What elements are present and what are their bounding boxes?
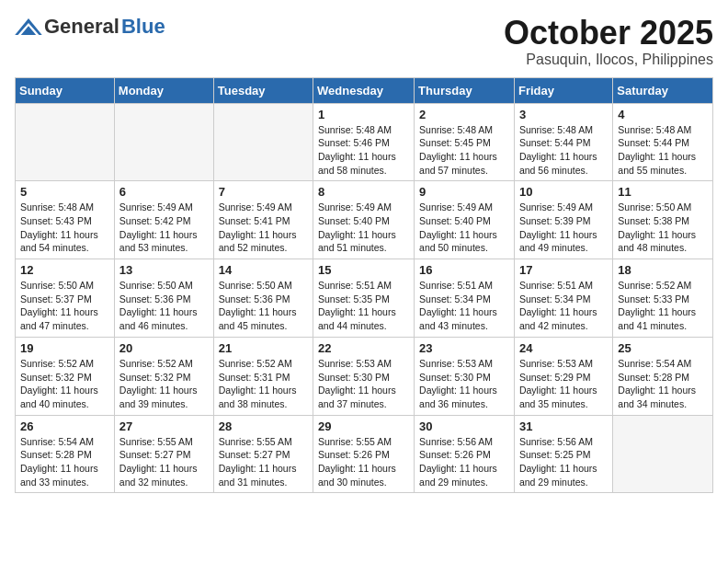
day-number: 1 (318, 108, 409, 121)
logo-blue: Blue (121, 15, 165, 39)
title-area: October 2025 Pasuquin, Ilocos, Philippin… (504, 15, 713, 68)
calendar-week-row: 1Sunrise: 5:48 AM Sunset: 5:46 PM Daylig… (16, 103, 713, 181)
day-number: 9 (419, 185, 509, 199)
calendar-week-row: 12Sunrise: 5:50 AM Sunset: 5:37 PM Dayli… (16, 259, 713, 338)
cell-info: Sunrise: 5:52 AM Sunset: 5:32 PM Dayligh… (20, 357, 109, 411)
calendar-cell (213, 103, 313, 181)
calendar-cell (16, 103, 115, 181)
cell-info: Sunrise: 5:51 AM Sunset: 5:35 PM Dayligh… (318, 279, 409, 333)
calendar-cell: 14Sunrise: 5:50 AM Sunset: 5:36 PM Dayli… (213, 259, 313, 338)
cell-info: Sunrise: 5:56 AM Sunset: 5:25 PM Dayligh… (519, 435, 608, 489)
calendar-cell: 11Sunrise: 5:50 AM Sunset: 5:38 PM Dayli… (613, 181, 713, 259)
day-number: 7 (219, 185, 308, 199)
calendar-cell: 21Sunrise: 5:52 AM Sunset: 5:31 PM Dayli… (213, 337, 313, 415)
cell-info: Sunrise: 5:53 AM Sunset: 5:30 PM Dayligh… (419, 357, 509, 411)
calendar-cell: 28Sunrise: 5:55 AM Sunset: 5:27 PM Dayli… (213, 415, 313, 493)
cell-info: Sunrise: 5:53 AM Sunset: 5:30 PM Dayligh… (318, 357, 409, 411)
weekday-header: Wednesday (313, 77, 415, 103)
weekday-header: Sunday (16, 77, 115, 103)
calendar-cell: 13Sunrise: 5:50 AM Sunset: 5:36 PM Dayli… (114, 259, 213, 338)
day-number: 25 (618, 341, 708, 355)
day-number: 27 (119, 419, 209, 433)
cell-info: Sunrise: 5:56 AM Sunset: 5:26 PM Dayligh… (419, 435, 509, 489)
cell-info: Sunrise: 5:54 AM Sunset: 5:28 PM Dayligh… (20, 435, 109, 489)
calendar-week-row: 5Sunrise: 5:48 AM Sunset: 5:43 PM Daylig… (16, 181, 713, 259)
day-number: 18 (618, 263, 708, 277)
day-number: 11 (618, 185, 708, 199)
month-title: October 2025 (504, 15, 713, 52)
calendar-table: SundayMondayTuesdayWednesdayThursdayFrid… (15, 77, 713, 494)
day-number: 5 (20, 185, 109, 199)
cell-info: Sunrise: 5:51 AM Sunset: 5:34 PM Dayligh… (519, 279, 608, 333)
cell-info: Sunrise: 5:52 AM Sunset: 5:33 PM Dayligh… (618, 279, 708, 333)
day-number: 29 (318, 419, 409, 433)
page-header: GeneralBlue October 2025 Pasuquin, Iloco… (15, 15, 713, 68)
calendar-cell: 18Sunrise: 5:52 AM Sunset: 5:33 PM Dayli… (613, 259, 713, 338)
location: Pasuquin, Ilocos, Philippines (504, 52, 713, 68)
cell-info: Sunrise: 5:54 AM Sunset: 5:28 PM Dayligh… (618, 357, 708, 411)
calendar-week-row: 26Sunrise: 5:54 AM Sunset: 5:28 PM Dayli… (16, 415, 713, 493)
cell-info: Sunrise: 5:50 AM Sunset: 5:37 PM Dayligh… (20, 279, 109, 333)
cell-info: Sunrise: 5:48 AM Sunset: 5:44 PM Dayligh… (618, 123, 708, 178)
cell-info: Sunrise: 5:55 AM Sunset: 5:27 PM Dayligh… (119, 435, 209, 489)
cell-info: Sunrise: 5:49 AM Sunset: 5:39 PM Dayligh… (519, 201, 608, 255)
cell-info: Sunrise: 5:52 AM Sunset: 5:31 PM Dayligh… (219, 357, 308, 411)
cell-info: Sunrise: 5:50 AM Sunset: 5:36 PM Dayligh… (119, 279, 209, 333)
calendar-cell: 27Sunrise: 5:55 AM Sunset: 5:27 PM Dayli… (114, 415, 213, 493)
cell-info: Sunrise: 5:52 AM Sunset: 5:32 PM Dayligh… (119, 357, 209, 411)
calendar-week-row: 19Sunrise: 5:52 AM Sunset: 5:32 PM Dayli… (16, 337, 713, 415)
day-number: 13 (119, 263, 209, 277)
day-number: 17 (519, 263, 608, 277)
day-number: 24 (519, 341, 608, 355)
day-number: 19 (20, 341, 109, 355)
cell-info: Sunrise: 5:49 AM Sunset: 5:40 PM Dayligh… (419, 201, 509, 255)
logo-general: General (44, 15, 119, 39)
day-number: 10 (519, 185, 608, 199)
cell-info: Sunrise: 5:49 AM Sunset: 5:40 PM Dayligh… (318, 201, 409, 255)
cell-info: Sunrise: 5:50 AM Sunset: 5:38 PM Dayligh… (618, 201, 708, 255)
cell-info: Sunrise: 5:48 AM Sunset: 5:43 PM Dayligh… (20, 201, 109, 255)
day-number: 16 (419, 263, 509, 277)
calendar-cell: 29Sunrise: 5:55 AM Sunset: 5:26 PM Dayli… (313, 415, 415, 493)
calendar-cell: 3Sunrise: 5:48 AM Sunset: 5:44 PM Daylig… (514, 103, 612, 181)
calendar-cell: 17Sunrise: 5:51 AM Sunset: 5:34 PM Dayli… (514, 259, 612, 338)
day-number: 15 (318, 263, 409, 277)
cell-info: Sunrise: 5:53 AM Sunset: 5:29 PM Dayligh… (519, 357, 608, 411)
day-number: 4 (618, 108, 708, 121)
calendar-cell (613, 415, 713, 493)
calendar-cell: 5Sunrise: 5:48 AM Sunset: 5:43 PM Daylig… (16, 181, 115, 259)
calendar-cell: 24Sunrise: 5:53 AM Sunset: 5:29 PM Dayli… (514, 337, 612, 415)
cell-info: Sunrise: 5:51 AM Sunset: 5:34 PM Dayligh… (419, 279, 509, 333)
day-number: 12 (20, 263, 109, 277)
cell-info: Sunrise: 5:48 AM Sunset: 5:45 PM Dayligh… (419, 123, 509, 178)
day-number: 14 (219, 263, 308, 277)
calendar-cell: 9Sunrise: 5:49 AM Sunset: 5:40 PM Daylig… (415, 181, 515, 259)
day-number: 28 (219, 419, 308, 433)
calendar-cell: 8Sunrise: 5:49 AM Sunset: 5:40 PM Daylig… (313, 181, 415, 259)
day-number: 22 (318, 341, 409, 355)
cell-info: Sunrise: 5:55 AM Sunset: 5:27 PM Dayligh… (219, 435, 308, 489)
day-number: 23 (419, 341, 509, 355)
calendar-cell: 10Sunrise: 5:49 AM Sunset: 5:39 PM Dayli… (514, 181, 612, 259)
calendar-cell: 4Sunrise: 5:48 AM Sunset: 5:44 PM Daylig… (613, 103, 713, 181)
calendar-cell: 6Sunrise: 5:49 AM Sunset: 5:42 PM Daylig… (114, 181, 213, 259)
calendar-cell: 1Sunrise: 5:48 AM Sunset: 5:46 PM Daylig… (313, 103, 415, 181)
cell-info: Sunrise: 5:49 AM Sunset: 5:41 PM Dayligh… (219, 201, 308, 255)
logo: GeneralBlue (15, 15, 165, 39)
day-number: 20 (119, 341, 209, 355)
calendar-cell: 31Sunrise: 5:56 AM Sunset: 5:25 PM Dayli… (514, 415, 612, 493)
calendar-cell: 26Sunrise: 5:54 AM Sunset: 5:28 PM Dayli… (16, 415, 115, 493)
weekday-header: Friday (514, 77, 612, 103)
day-number: 30 (419, 419, 509, 433)
calendar-cell: 19Sunrise: 5:52 AM Sunset: 5:32 PM Dayli… (16, 337, 115, 415)
cell-info: Sunrise: 5:48 AM Sunset: 5:44 PM Dayligh… (519, 123, 608, 178)
calendar-cell (114, 103, 213, 181)
calendar-cell: 23Sunrise: 5:53 AM Sunset: 5:30 PM Dayli… (415, 337, 515, 415)
day-number: 3 (519, 108, 608, 121)
weekday-header: Thursday (415, 77, 515, 103)
weekday-header: Tuesday (213, 77, 313, 103)
weekday-header-row: SundayMondayTuesdayWednesdayThursdayFrid… (16, 77, 713, 103)
day-number: 8 (318, 185, 409, 199)
day-number: 26 (20, 419, 109, 433)
calendar-cell: 30Sunrise: 5:56 AM Sunset: 5:26 PM Dayli… (415, 415, 515, 493)
